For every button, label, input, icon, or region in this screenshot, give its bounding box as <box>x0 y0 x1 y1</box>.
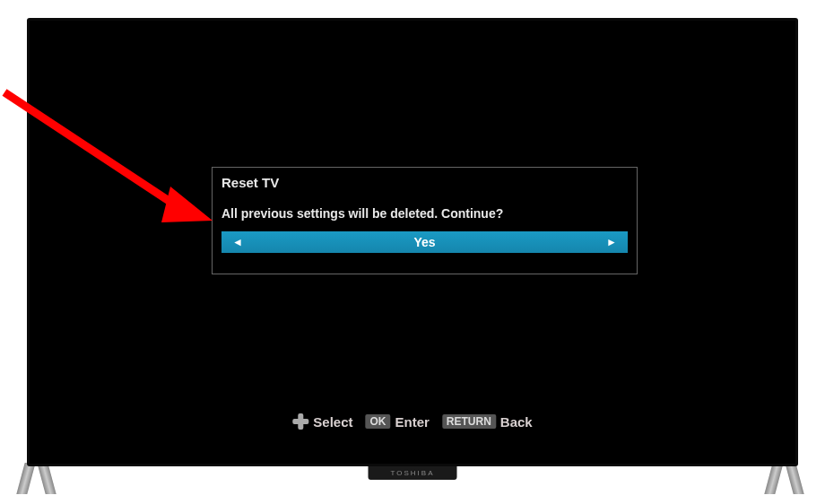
hint-back: RETURN Back <box>442 414 533 430</box>
tv-stand-right <box>764 463 809 497</box>
tv-frame: Reset TV All previous settings will be d… <box>27 18 798 466</box>
reset-dialog: Reset TV All previous settings will be d… <box>212 167 638 274</box>
hint-enter: OK Enter <box>366 414 430 430</box>
tv-stand-left <box>16 463 61 497</box>
hint-select-label: Select <box>313 414 352 430</box>
arrow-left-icon[interactable]: ◄ <box>232 236 243 248</box>
tv-screen: Reset TV All previous settings will be d… <box>37 28 788 456</box>
navigation-hints: Select OK Enter RETURN Back <box>292 413 532 430</box>
option-selector[interactable]: ◄ Yes ► <box>221 231 628 253</box>
dpad-icon <box>292 413 308 430</box>
selected-option: Yes <box>243 235 606 249</box>
ok-badge: OK <box>366 414 391 429</box>
arrow-right-icon[interactable]: ► <box>606 236 617 248</box>
dialog-message: All previous settings will be deleted. C… <box>221 206 628 221</box>
return-badge: RETURN <box>442 414 496 429</box>
hint-enter-label: Enter <box>395 414 430 430</box>
dialog-title: Reset TV <box>221 175 628 190</box>
brand-label: TOSHIBA <box>369 466 457 480</box>
hint-select: Select <box>292 413 352 430</box>
hint-back-label: Back <box>500 414 533 430</box>
